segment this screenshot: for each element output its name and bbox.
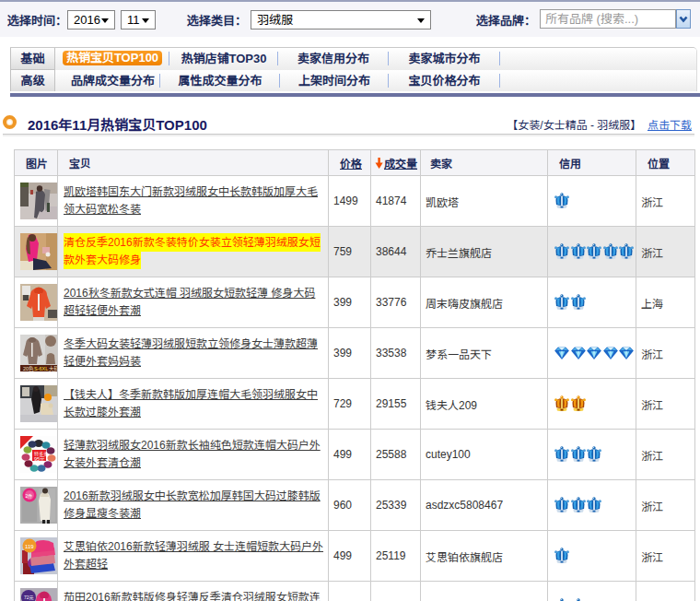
svg-text:S-6XL: S-6XL: [34, 366, 48, 371]
svg-text:2件: 2件: [26, 493, 33, 500]
svg-text:119: 119: [25, 544, 34, 549]
svg-text:20色: 20色: [23, 365, 34, 371]
svg-text:72元: 72元: [24, 595, 34, 601]
svg-text:95元: 95元: [34, 456, 45, 463]
svg-text:大码: 大码: [49, 365, 57, 371]
